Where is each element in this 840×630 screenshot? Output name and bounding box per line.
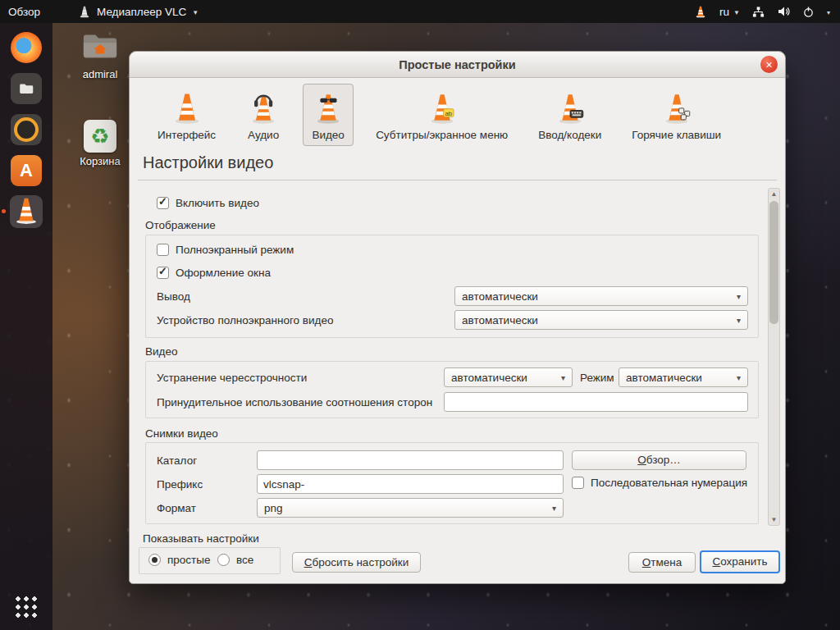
tab-label: Субтитры/экранное меню: [376, 129, 508, 141]
ubuntu-software-icon: A: [11, 155, 42, 186]
reset-preferences-button[interactable]: Сбросить настройки: [292, 552, 421, 573]
checkbox-label: Включить видео: [176, 197, 259, 209]
dock-item-camera-app[interactable]: [10, 113, 43, 146]
tab-input-codecs[interactable]: Ввод/кодеки: [530, 84, 609, 146]
label-snapshot-directory: Каталог: [157, 454, 197, 467]
radio-dot: [148, 554, 161, 566]
vertical-scrollbar[interactable]: ▲ ▼: [768, 188, 780, 526]
volume-icon[interactable]: [777, 5, 790, 18]
browse-button[interactable]: Обзор…: [572, 450, 746, 470]
chevron-down-icon: ▾: [737, 292, 741, 301]
tab-video[interactable]: Видео: [303, 84, 354, 146]
checkbox-window-decorations[interactable]: Оформление окна: [157, 267, 271, 279]
vlc-cone-icon: [170, 90, 204, 125]
dock-item-firefox[interactable]: [10, 31, 43, 64]
checkbox-label: Оформление окна: [176, 267, 271, 279]
label-deinterlace: Устранение чересстрочности: [157, 372, 307, 384]
combobox-value: автоматически: [462, 290, 538, 303]
desktop-screen: Обзор Медиаплеер VLC ▼ ru ▼: [0, 0, 840, 630]
desktop-icon-label: admiral: [75, 68, 125, 80]
desktop-icon-home[interactable]: admiral: [75, 30, 125, 80]
desktop-icon-label: Корзина: [75, 155, 125, 167]
video-cone-icon: [311, 90, 345, 125]
vlc-tray-icon[interactable]: [694, 5, 707, 18]
hotkeys-cone-icon: [660, 90, 694, 125]
radio-dot: [217, 554, 230, 566]
combobox-value: png: [264, 502, 283, 514]
dock-item-files[interactable]: [10, 72, 43, 105]
combobox-fullscreen-device[interactable]: автоматически ▾: [454, 310, 748, 330]
tab-hotkeys[interactable]: Горячие клавиши: [623, 84, 729, 146]
group-label-display: Отображение: [145, 219, 216, 231]
input-snapshot-prefix[interactable]: [257, 474, 564, 494]
dock-item-vlc[interactable]: [10, 195, 43, 228]
label-snapshot-format: Формат: [157, 502, 196, 514]
checkbox-box: [157, 197, 169, 209]
tab-label: Аудио: [248, 129, 279, 141]
label-fullscreen-device: Устройство полноэкранного видео: [157, 314, 333, 326]
tab-subtitles-osd[interactable]: ab Субтитры/экранное меню: [368, 84, 516, 146]
section-title: Настройки видео: [143, 153, 273, 172]
checkbox-label: Последовательная нумерация: [591, 477, 747, 489]
tab-audio[interactable]: Аудио: [238, 84, 289, 146]
top-panel: Обзор Медиаплеер VLC ▼ ru ▼: [0, 0, 840, 23]
scroll-down-icon[interactable]: ▼: [769, 516, 779, 523]
save-button[interactable]: Сохранить: [700, 550, 780, 573]
group-label-video: Видео: [145, 345, 177, 358]
dialog-titlebar[interactable]: Простые настройки ×: [130, 52, 785, 78]
radio-all-settings[interactable]: все: [217, 554, 253, 566]
label-output: Вывод: [157, 290, 190, 303]
desktop-icon-trash[interactable]: ♻ Корзина: [75, 120, 125, 167]
checkbox-box: [157, 267, 169, 279]
firefox-icon: [11, 32, 42, 63]
checkbox-box: [572, 477, 584, 489]
close-button[interactable]: ×: [760, 56, 778, 73]
chevron-down-icon: ▾: [737, 316, 741, 325]
label-force-aspect-ratio: Принудительное использование соотношения…: [157, 396, 432, 409]
combobox-deinterlace-mode[interactable]: автоматически ▾: [619, 368, 748, 387]
radio-label: все: [236, 554, 253, 566]
app-grid-icon: [14, 595, 39, 619]
show-settings-label: Показывать настройки: [143, 532, 259, 545]
category-toolbar: Интерфейс Аудио Видео ab Субтитры/экранн…: [149, 84, 772, 154]
activities-button[interactable]: Обзор: [8, 6, 40, 18]
cancel-button[interactable]: Отмена: [628, 552, 696, 573]
tab-label: Видео: [312, 129, 344, 141]
label-snapshot-prefix: Префикс: [157, 478, 203, 491]
checkbox-sequential-numbering[interactable]: Последовательная нумерация: [572, 477, 747, 489]
tab-label: Ввод/кодеки: [538, 129, 601, 141]
section-divider: [138, 180, 777, 180]
vlc-cone-icon: [78, 5, 91, 18]
checkbox-enable-video[interactable]: Включить видео: [157, 197, 259, 209]
codecs-cone-icon: [553, 90, 587, 125]
tab-interface[interactable]: Интерфейс: [149, 84, 224, 146]
combobox-video-output[interactable]: автоматически ▾: [454, 286, 748, 306]
scrollbar-thumb[interactable]: [769, 201, 778, 324]
show-applications-button[interactable]: [10, 591, 43, 623]
dock-item-ubuntu-software[interactable]: A: [10, 154, 43, 187]
radio-label: простые: [167, 554, 210, 566]
camera-lens-icon: [11, 114, 42, 145]
dock: A: [0, 23, 52, 630]
checkbox-label: Полноэкранный режим: [176, 244, 294, 256]
radio-simple-settings[interactable]: простые: [148, 554, 210, 566]
settings-scroll-area: Включить видео Отображение Полноэкранный…: [139, 188, 748, 526]
audio-cone-icon: [246, 90, 281, 125]
scroll-up-icon[interactable]: ▲: [769, 190, 779, 198]
network-icon[interactable]: [752, 6, 765, 18]
input-snapshot-directory[interactable]: [257, 450, 564, 470]
label-deinterlace-mode: Режим: [580, 372, 614, 384]
app-menu-button[interactable]: Медиаплеер VLC ▼: [78, 5, 199, 18]
chevron-down-icon: ▾: [552, 504, 556, 513]
panel-chevron-icon[interactable]: ▾: [827, 9, 830, 16]
keyboard-layout-indicator[interactable]: ru ▼: [719, 6, 740, 18]
preferences-dialog: Простые настройки × Интерфейс Аудио Виде…: [129, 51, 786, 584]
power-icon[interactable]: [802, 6, 815, 18]
combobox-snapshot-format[interactable]: png ▾: [257, 498, 564, 518]
combobox-value: автоматически: [451, 372, 527, 384]
svg-text:ab: ab: [445, 110, 452, 117]
combobox-deinterlace[interactable]: автоматически ▾: [444, 368, 573, 387]
tab-label: Интерфейс: [158, 129, 216, 141]
input-aspect-ratio[interactable]: [444, 392, 748, 412]
checkbox-fullscreen[interactable]: Полноэкранный режим: [157, 244, 294, 256]
